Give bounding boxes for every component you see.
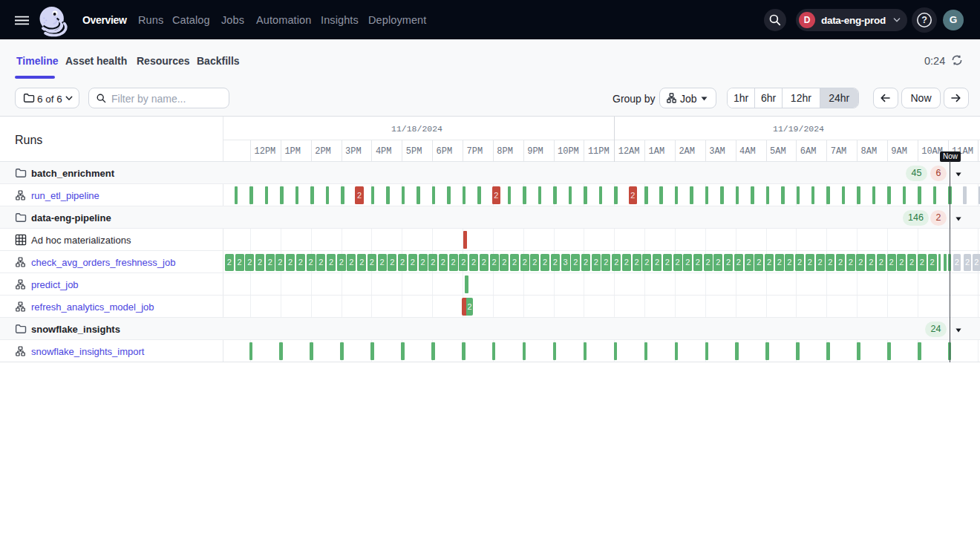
svg-text:?: ? bbox=[921, 15, 927, 25]
